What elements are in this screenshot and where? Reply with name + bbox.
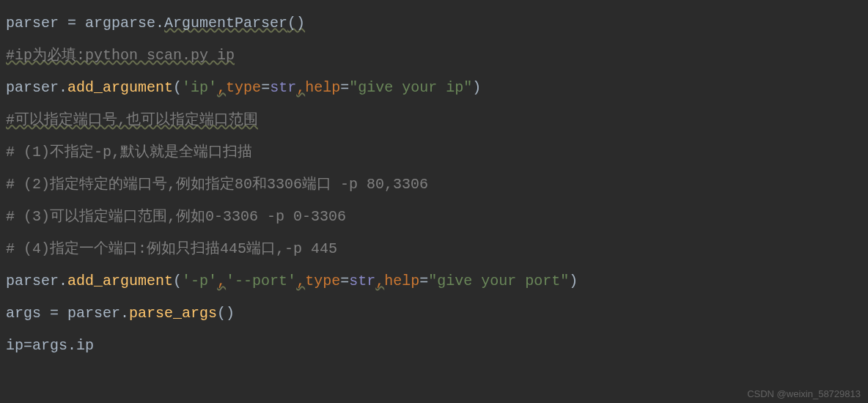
identifier: args: [32, 337, 67, 354]
paren: (: [173, 79, 182, 96]
comment: # (2)指定特定的端口号,例如指定80和3306端口 -p 80,3306: [6, 176, 428, 193]
eq: =: [261, 79, 270, 96]
code-editor[interactable]: parser = argparse.ArgumentParser() #ip为必…: [0, 0, 868, 369]
comment: # (1)不指定-p,默认就是全端口扫描: [6, 144, 252, 160]
string: '--port': [226, 273, 296, 289]
dot: .: [120, 305, 129, 322]
string: "give your ip": [349, 79, 472, 96]
call: parse_args: [129, 305, 217, 322]
paren: (: [173, 273, 182, 289]
parens: (): [217, 305, 235, 322]
call: add_argument: [67, 273, 173, 289]
comment: #可以指定端口号,也可以指定端口范围: [6, 111, 258, 128]
comment: #ip为必填:python scan.py ip: [6, 47, 235, 64]
identifier: ip: [76, 337, 94, 354]
dot: .: [67, 337, 76, 354]
paren: ): [569, 273, 578, 289]
identifier: args: [6, 305, 41, 322]
dot: .: [59, 273, 67, 289]
dot: .: [59, 79, 67, 96]
string: '-p': [182, 273, 217, 289]
comment: # (4)指定一个端口:例如只扫描445端口,-p 445: [6, 240, 337, 257]
call: ArgumentParser: [164, 15, 287, 32]
identifier: parser: [6, 15, 59, 32]
builtin: str: [349, 273, 375, 289]
paren: ): [472, 79, 481, 96]
eq: =: [340, 273, 349, 289]
eq: =: [340, 79, 349, 96]
identifier: parser: [67, 305, 120, 322]
identifier: parser: [6, 273, 59, 289]
operator: =: [41, 305, 67, 322]
kwarg: type: [305, 273, 340, 289]
call: add_argument: [67, 79, 173, 96]
string: 'ip': [182, 79, 217, 96]
eq: =: [419, 273, 428, 289]
comma: ,: [217, 273, 226, 289]
identifier: argparse: [85, 15, 155, 32]
parens: (): [287, 15, 305, 32]
kwarg: help: [384, 273, 419, 289]
dot: .: [155, 15, 164, 32]
eq: =: [23, 337, 32, 354]
kwarg: help: [305, 79, 340, 96]
kwarg: type: [226, 79, 261, 96]
identifier: parser: [6, 79, 59, 96]
string: "give your port": [428, 273, 569, 289]
watermark: CSDN @weixin_58729813: [747, 389, 861, 399]
comment: # (3)可以指定端口范围,例如0-3306 -p 0-3306: [6, 208, 346, 225]
builtin: str: [270, 79, 296, 96]
comma: ,: [296, 273, 305, 289]
identifier: ip: [6, 337, 23, 354]
comma: ,: [375, 273, 384, 289]
comma: ,: [217, 79, 226, 96]
operator: =: [59, 15, 85, 32]
comma: ,: [296, 79, 305, 96]
